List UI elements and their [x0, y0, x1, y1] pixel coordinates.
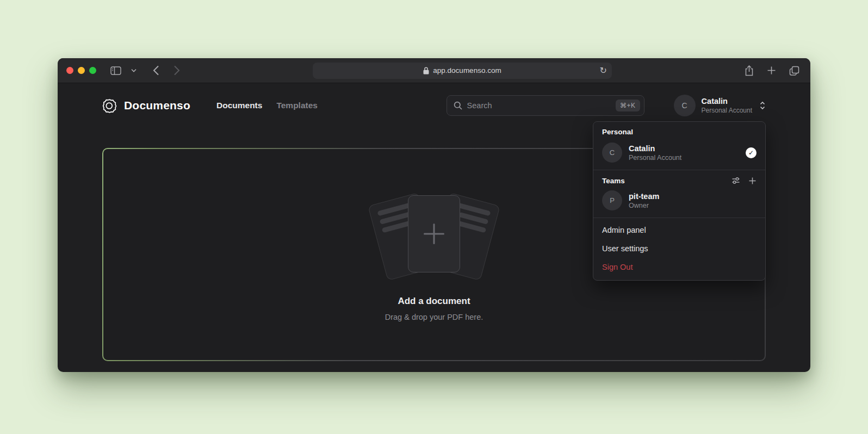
sidebar-toggle-icon[interactable] [108, 64, 123, 77]
document-stack-icon [363, 188, 505, 280]
team-name: pit-team [629, 191, 659, 202]
share-icon[interactable] [742, 63, 756, 78]
chevrons-up-down-icon [759, 101, 766, 110]
add-document-card [408, 195, 460, 272]
team-item[interactable]: P pit-team Owner [593, 187, 765, 218]
zoom-window-button[interactable] [89, 67, 96, 74]
minimize-window-button[interactable] [78, 67, 85, 74]
tab-overview-icon[interactable] [787, 64, 802, 78]
lock-icon [423, 67, 429, 75]
create-team-icon[interactable] [748, 177, 757, 185]
primary-nav: Documents Templates [216, 101, 318, 110]
dropzone-title: Add a document [398, 296, 470, 307]
personal-account-subtitle: Personal Account [629, 154, 681, 162]
new-tab-icon[interactable] [765, 64, 778, 77]
avatar: C [602, 142, 622, 163]
brand-name: Documenso [124, 99, 190, 112]
back-button[interactable] [151, 63, 162, 78]
sidebar-chevron-down-icon[interactable] [129, 66, 139, 75]
app-content: Documenso Documents Templates Search ⌘+K… [58, 83, 810, 371]
teams-section-header: Teams [593, 170, 765, 187]
menu-item-admin-panel[interactable]: Admin panel [593, 221, 765, 239]
nav-templates[interactable]: Templates [276, 101, 318, 110]
menu-item-sign-out[interactable]: Sign Out [593, 258, 765, 276]
plus-icon [424, 224, 444, 244]
personal-section-label: Personal [593, 122, 765, 139]
browser-toolbar: app.documenso.com ↻ [58, 58, 810, 83]
account-menu-trigger[interactable]: C Catalin Personal Account [674, 95, 766, 116]
avatar: C [674, 95, 696, 116]
search-shortcut-badge: ⌘+K [616, 100, 640, 111]
search-input[interactable]: Search ⌘+K [447, 95, 644, 116]
nav-documents[interactable]: Documents [216, 101, 262, 110]
browser-window: app.documenso.com ↻ [58, 58, 810, 372]
avatar: P [602, 190, 622, 210]
manage-teams-icon[interactable] [731, 176, 740, 185]
dropzone-subtitle: Drag & drop your PDF here. [385, 313, 483, 321]
account-subtitle: Personal Account [702, 107, 752, 115]
traffic-lights [66, 67, 96, 74]
forward-button[interactable] [171, 63, 182, 78]
brand[interactable]: Documenso [102, 98, 190, 113]
menu-item-user-settings[interactable]: User settings [593, 239, 765, 258]
team-role: Owner [629, 202, 659, 209]
reload-icon[interactable]: ↻ [600, 66, 607, 75]
close-window-button[interactable] [66, 67, 73, 74]
personal-account-name: Catalin [629, 144, 681, 154]
selected-check-icon: ✓ [746, 147, 757, 158]
account-name: Catalin [702, 96, 752, 106]
teams-section-label: Teams [602, 177, 625, 185]
app-header: Documenso Documents Templates Search ⌘+K… [102, 94, 766, 117]
account-menu-items: Admin panel User settings Sign Out [593, 218, 765, 280]
personal-account-item[interactable]: C Catalin Personal Account ✓ [593, 139, 765, 170]
url-text: app.documenso.com [433, 66, 501, 75]
documenso-logo-icon [102, 98, 117, 113]
account-dropdown-menu: Personal C Catalin Personal Account ✓ Te… [593, 121, 766, 281]
search-icon [454, 101, 462, 110]
address-bar[interactable]: app.documenso.com ↻ [313, 63, 612, 79]
search-placeholder: Search [467, 101, 492, 110]
